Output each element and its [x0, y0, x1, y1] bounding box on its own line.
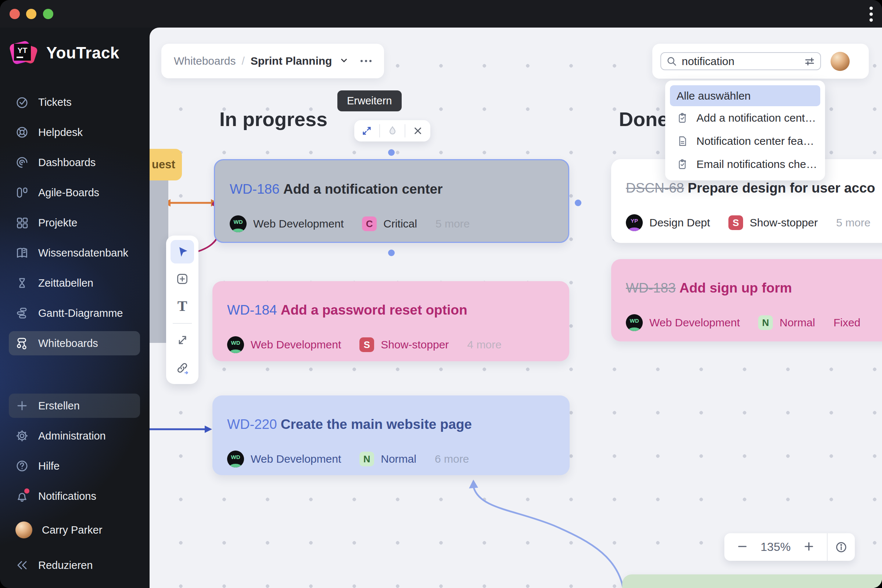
info-icon: [836, 542, 847, 553]
plus-square-icon: [176, 273, 189, 285]
expand-icon: [361, 125, 372, 136]
select-all-option[interactable]: Alle auswählen: [670, 85, 820, 106]
expand-button[interactable]: [354, 120, 379, 141]
card-wd-220[interactable]: WD-220Create the main website page WD We…: [212, 395, 570, 475]
partial-sticky-note[interactable]: uest: [150, 149, 182, 180]
plus-icon: [15, 399, 28, 412]
flowchart-icon: [15, 337, 28, 350]
connector-handle-bottom[interactable]: [388, 249, 395, 256]
youtrack-logo: YT YouTrack: [10, 39, 119, 66]
sidebar-item-helpdesk[interactable]: Helpdesk: [9, 120, 140, 144]
card-green-partial[interactable]: [622, 574, 882, 588]
sidebar-item-projekte[interactable]: Projekte: [9, 211, 140, 235]
search-input[interactable]: notification: [660, 52, 821, 70]
check-circle-icon: [15, 96, 28, 109]
gear-icon: [15, 429, 28, 442]
zoom-in-button[interactable]: [803, 541, 815, 554]
card-mini-toolbar: [354, 120, 430, 141]
add-node-tool-button[interactable]: [171, 267, 194, 291]
search-result-item[interactable]: Notification center fea…: [670, 129, 820, 153]
droplet-icon: [387, 125, 398, 136]
priority-badge-normal: N: [758, 315, 773, 330]
user-avatar-small[interactable]: [831, 52, 850, 71]
minus-icon: [736, 541, 748, 552]
app-window: YT YouTrack Tickets Helpdesk Dashboards …: [0, 0, 882, 588]
project-avatar-yp: YP: [626, 214, 643, 231]
partial-card[interactable]: [150, 177, 168, 343]
color-button[interactable]: [380, 120, 405, 141]
grid-icon: [15, 216, 28, 230]
sidebar-item-hilfe[interactable]: Hilfe: [9, 454, 140, 478]
title-bar: [0, 0, 882, 28]
hourglass-icon: [15, 276, 28, 290]
sidebar-item-zeittabellen[interactable]: Zeittabellen: [9, 271, 140, 295]
link-tool-button[interactable]: [171, 356, 194, 380]
whiteboard-canvas[interactable]: In progress Done uest WD-186Add a notifi…: [150, 28, 882, 588]
cursor-icon: [176, 246, 189, 258]
palette-divider: [173, 323, 192, 324]
task-clipboard-icon: [676, 112, 688, 124]
sidebar-item-gantt-diagramme[interactable]: Gantt-Diagramme: [9, 301, 140, 325]
notification-badge: [24, 488, 29, 494]
priority-badge-critical: C: [362, 216, 376, 231]
zoom-level: 135%: [761, 540, 791, 554]
text-tool-icon: T: [177, 299, 188, 314]
close-window-button[interactable]: [9, 9, 20, 19]
search-result-item[interactable]: Add a notification cent…: [670, 106, 820, 129]
sidebar-item-dashboards[interactable]: Dashboards: [9, 150, 140, 175]
search-container: notification: [652, 44, 869, 79]
sidebar-item-whiteboards[interactable]: Whiteboards: [9, 331, 140, 356]
minimize-window-button[interactable]: [26, 9, 36, 19]
search-value: notification: [682, 55, 800, 68]
project-avatar-wd: WD: [227, 336, 244, 353]
search-results-dropdown: Alle auswählen Add a notification cent… …: [665, 81, 825, 180]
priority-badge-showstopper: S: [728, 215, 743, 230]
project-avatar-wd: WD: [227, 450, 244, 468]
question-circle-icon: [15, 459, 28, 472]
task-clipboard-icon: [676, 158, 688, 170]
plus-icon: [803, 541, 815, 552]
project-avatar-wd: WD: [626, 314, 643, 331]
card-wd-183[interactable]: WD-183Add sign up form WD Web Developmen…: [611, 259, 882, 341]
sidebar-item-wissensdatenbank[interactable]: Wissensdatenbank: [9, 241, 140, 265]
search-icon: [666, 56, 677, 67]
app-title: YouTrack: [46, 44, 119, 62]
breadcrumb-root[interactable]: Whiteboards: [174, 55, 236, 67]
gantt-icon: [15, 306, 28, 320]
kebab-menu-icon[interactable]: [870, 7, 873, 23]
sidebar-item-agile-boards[interactable]: Agile-Boards: [9, 180, 140, 205]
card-wd-186[interactable]: WD-186Add a notification center WD Web D…: [214, 159, 569, 243]
user-profile[interactable]: Carry Parker: [9, 518, 140, 542]
breadcrumb-current: Sprint Planning: [250, 55, 332, 67]
zoom-out-button[interactable]: [736, 541, 748, 554]
sidebar: YT YouTrack Tickets Helpdesk Dashboards …: [0, 28, 150, 588]
board-columns-icon: [15, 186, 28, 199]
collapse-sidebar-button[interactable]: Reduzieren: [9, 553, 140, 578]
close-icon: [413, 126, 423, 136]
column-title-in-progress: In progress: [219, 108, 327, 130]
select-tool-button[interactable]: [171, 240, 194, 264]
search-result-item[interactable]: Email notifications che…: [670, 153, 820, 176]
tooltip: Erweitern: [338, 90, 402, 111]
info-button[interactable]: [828, 533, 855, 561]
user-avatar: [15, 522, 32, 538]
arrow-corner-icon: [176, 334, 189, 347]
board-options-button[interactable]: [360, 60, 372, 62]
priority-badge-showstopper: S: [359, 338, 374, 352]
connector-tool-button[interactable]: [171, 329, 194, 352]
text-tool-button[interactable]: T: [171, 294, 194, 318]
connector-handle-right[interactable]: [575, 200, 581, 206]
chevron-down-icon[interactable]: [339, 56, 349, 66]
filter-sliders-icon[interactable]: [804, 56, 815, 67]
card-wd-184[interactable]: WD-184Add a password reset option WD Web…: [212, 281, 569, 361]
close-button[interactable]: [405, 120, 430, 141]
book-icon: [15, 246, 28, 260]
sidebar-item-tickets[interactable]: Tickets: [9, 90, 140, 114]
double-chevron-left-icon: [15, 559, 28, 572]
create-button[interactable]: Erstellen: [9, 394, 140, 418]
zoom-window-button[interactable]: [43, 9, 53, 19]
tool-palette: T: [166, 236, 198, 384]
sidebar-item-administration[interactable]: Administration: [9, 424, 140, 448]
sidebar-item-notifications[interactable]: Notifications: [9, 484, 140, 508]
connector-handle-top[interactable]: [388, 149, 395, 156]
